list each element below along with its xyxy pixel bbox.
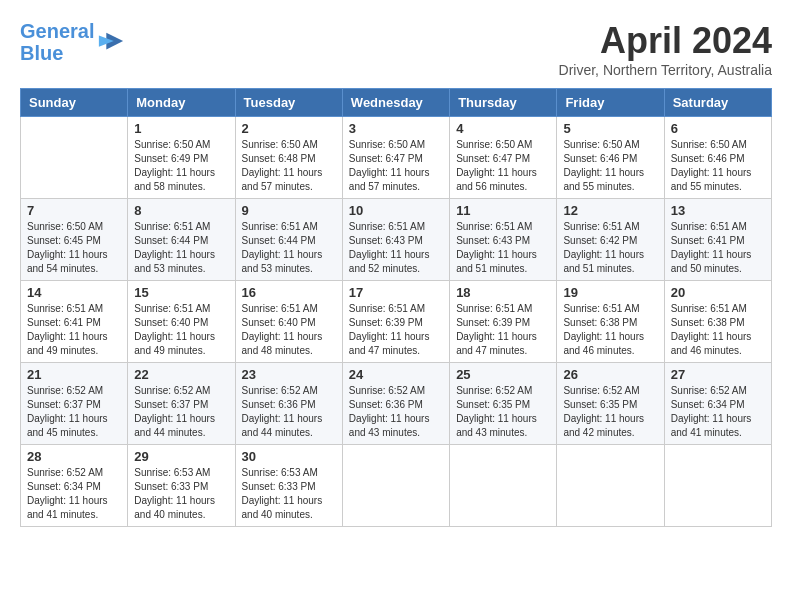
day-number: 17 — [349, 285, 443, 300]
day-info: Sunrise: 6:51 AMSunset: 6:41 PMDaylight:… — [27, 302, 121, 358]
day-info: Sunrise: 6:52 AMSunset: 6:37 PMDaylight:… — [134, 384, 228, 440]
header-row: SundayMondayTuesdayWednesdayThursdayFrid… — [21, 89, 772, 117]
day-cell — [557, 445, 664, 527]
day-number: 11 — [456, 203, 550, 218]
day-number: 8 — [134, 203, 228, 218]
week-row-3: 14Sunrise: 6:51 AMSunset: 6:41 PMDayligh… — [21, 281, 772, 363]
day-cell: 29Sunrise: 6:53 AMSunset: 6:33 PMDayligh… — [128, 445, 235, 527]
day-cell: 25Sunrise: 6:52 AMSunset: 6:35 PMDayligh… — [450, 363, 557, 445]
day-number: 20 — [671, 285, 765, 300]
logo-line2: Blue — [20, 42, 63, 64]
day-cell: 26Sunrise: 6:52 AMSunset: 6:35 PMDayligh… — [557, 363, 664, 445]
day-number: 14 — [27, 285, 121, 300]
day-info: Sunrise: 6:50 AMSunset: 6:46 PMDaylight:… — [563, 138, 657, 194]
logo-text: General Blue — [20, 20, 94, 64]
day-cell: 17Sunrise: 6:51 AMSunset: 6:39 PMDayligh… — [342, 281, 449, 363]
day-cell — [342, 445, 449, 527]
week-row-5: 28Sunrise: 6:52 AMSunset: 6:34 PMDayligh… — [21, 445, 772, 527]
day-info: Sunrise: 6:51 AMSunset: 6:39 PMDaylight:… — [349, 302, 443, 358]
day-number: 30 — [242, 449, 336, 464]
day-cell: 23Sunrise: 6:52 AMSunset: 6:36 PMDayligh… — [235, 363, 342, 445]
day-cell: 14Sunrise: 6:51 AMSunset: 6:41 PMDayligh… — [21, 281, 128, 363]
day-info: Sunrise: 6:50 AMSunset: 6:47 PMDaylight:… — [456, 138, 550, 194]
day-cell: 8Sunrise: 6:51 AMSunset: 6:44 PMDaylight… — [128, 199, 235, 281]
day-cell: 12Sunrise: 6:51 AMSunset: 6:42 PMDayligh… — [557, 199, 664, 281]
day-info: Sunrise: 6:51 AMSunset: 6:41 PMDaylight:… — [671, 220, 765, 276]
column-header-sunday: Sunday — [21, 89, 128, 117]
day-number: 13 — [671, 203, 765, 218]
day-number: 9 — [242, 203, 336, 218]
day-number: 24 — [349, 367, 443, 382]
day-cell: 5Sunrise: 6:50 AMSunset: 6:46 PMDaylight… — [557, 117, 664, 199]
logo: General Blue — [20, 20, 125, 64]
day-number: 4 — [456, 121, 550, 136]
day-number: 10 — [349, 203, 443, 218]
day-cell: 1Sunrise: 6:50 AMSunset: 6:49 PMDaylight… — [128, 117, 235, 199]
column-header-friday: Friday — [557, 89, 664, 117]
location-title: Driver, Northern Territory, Australia — [559, 62, 772, 78]
day-info: Sunrise: 6:53 AMSunset: 6:33 PMDaylight:… — [242, 466, 336, 522]
day-info: Sunrise: 6:51 AMSunset: 6:43 PMDaylight:… — [349, 220, 443, 276]
logo-line1: General — [20, 20, 94, 42]
day-number: 28 — [27, 449, 121, 464]
day-cell: 11Sunrise: 6:51 AMSunset: 6:43 PMDayligh… — [450, 199, 557, 281]
day-info: Sunrise: 6:50 AMSunset: 6:46 PMDaylight:… — [671, 138, 765, 194]
day-cell — [21, 117, 128, 199]
calendar-table: SundayMondayTuesdayWednesdayThursdayFrid… — [20, 88, 772, 527]
day-info: Sunrise: 6:52 AMSunset: 6:34 PMDaylight:… — [671, 384, 765, 440]
month-title: April 2024 — [559, 20, 772, 62]
day-number: 3 — [349, 121, 443, 136]
day-cell: 30Sunrise: 6:53 AMSunset: 6:33 PMDayligh… — [235, 445, 342, 527]
day-info: Sunrise: 6:51 AMSunset: 6:38 PMDaylight:… — [563, 302, 657, 358]
column-header-saturday: Saturday — [664, 89, 771, 117]
column-header-tuesday: Tuesday — [235, 89, 342, 117]
day-cell: 22Sunrise: 6:52 AMSunset: 6:37 PMDayligh… — [128, 363, 235, 445]
day-number: 12 — [563, 203, 657, 218]
day-number: 27 — [671, 367, 765, 382]
day-info: Sunrise: 6:52 AMSunset: 6:36 PMDaylight:… — [242, 384, 336, 440]
logo-icon — [97, 28, 125, 56]
week-row-4: 21Sunrise: 6:52 AMSunset: 6:37 PMDayligh… — [21, 363, 772, 445]
day-info: Sunrise: 6:50 AMSunset: 6:45 PMDaylight:… — [27, 220, 121, 276]
day-cell: 28Sunrise: 6:52 AMSunset: 6:34 PMDayligh… — [21, 445, 128, 527]
day-number: 25 — [456, 367, 550, 382]
day-info: Sunrise: 6:50 AMSunset: 6:47 PMDaylight:… — [349, 138, 443, 194]
day-cell: 15Sunrise: 6:51 AMSunset: 6:40 PMDayligh… — [128, 281, 235, 363]
day-info: Sunrise: 6:51 AMSunset: 6:44 PMDaylight:… — [134, 220, 228, 276]
day-cell: 27Sunrise: 6:52 AMSunset: 6:34 PMDayligh… — [664, 363, 771, 445]
header: General Blue April 2024 Driver, Northern… — [20, 20, 772, 78]
day-info: Sunrise: 6:51 AMSunset: 6:44 PMDaylight:… — [242, 220, 336, 276]
day-cell: 3Sunrise: 6:50 AMSunset: 6:47 PMDaylight… — [342, 117, 449, 199]
day-number: 16 — [242, 285, 336, 300]
day-info: Sunrise: 6:52 AMSunset: 6:36 PMDaylight:… — [349, 384, 443, 440]
day-cell: 9Sunrise: 6:51 AMSunset: 6:44 PMDaylight… — [235, 199, 342, 281]
day-cell: 20Sunrise: 6:51 AMSunset: 6:38 PMDayligh… — [664, 281, 771, 363]
day-cell: 7Sunrise: 6:50 AMSunset: 6:45 PMDaylight… — [21, 199, 128, 281]
day-cell: 21Sunrise: 6:52 AMSunset: 6:37 PMDayligh… — [21, 363, 128, 445]
week-row-2: 7Sunrise: 6:50 AMSunset: 6:45 PMDaylight… — [21, 199, 772, 281]
week-row-1: 1Sunrise: 6:50 AMSunset: 6:49 PMDaylight… — [21, 117, 772, 199]
day-number: 2 — [242, 121, 336, 136]
day-cell: 19Sunrise: 6:51 AMSunset: 6:38 PMDayligh… — [557, 281, 664, 363]
day-cell: 6Sunrise: 6:50 AMSunset: 6:46 PMDaylight… — [664, 117, 771, 199]
day-info: Sunrise: 6:51 AMSunset: 6:40 PMDaylight:… — [134, 302, 228, 358]
day-number: 15 — [134, 285, 228, 300]
day-info: Sunrise: 6:50 AMSunset: 6:49 PMDaylight:… — [134, 138, 228, 194]
day-info: Sunrise: 6:51 AMSunset: 6:43 PMDaylight:… — [456, 220, 550, 276]
day-info: Sunrise: 6:52 AMSunset: 6:35 PMDaylight:… — [456, 384, 550, 440]
day-number: 19 — [563, 285, 657, 300]
column-header-thursday: Thursday — [450, 89, 557, 117]
day-cell: 16Sunrise: 6:51 AMSunset: 6:40 PMDayligh… — [235, 281, 342, 363]
day-info: Sunrise: 6:53 AMSunset: 6:33 PMDaylight:… — [134, 466, 228, 522]
day-cell: 24Sunrise: 6:52 AMSunset: 6:36 PMDayligh… — [342, 363, 449, 445]
day-info: Sunrise: 6:52 AMSunset: 6:35 PMDaylight:… — [563, 384, 657, 440]
day-info: Sunrise: 6:51 AMSunset: 6:38 PMDaylight:… — [671, 302, 765, 358]
day-cell: 10Sunrise: 6:51 AMSunset: 6:43 PMDayligh… — [342, 199, 449, 281]
day-info: Sunrise: 6:52 AMSunset: 6:37 PMDaylight:… — [27, 384, 121, 440]
day-number: 5 — [563, 121, 657, 136]
day-cell — [664, 445, 771, 527]
day-info: Sunrise: 6:50 AMSunset: 6:48 PMDaylight:… — [242, 138, 336, 194]
day-number: 6 — [671, 121, 765, 136]
day-info: Sunrise: 6:51 AMSunset: 6:42 PMDaylight:… — [563, 220, 657, 276]
day-number: 26 — [563, 367, 657, 382]
